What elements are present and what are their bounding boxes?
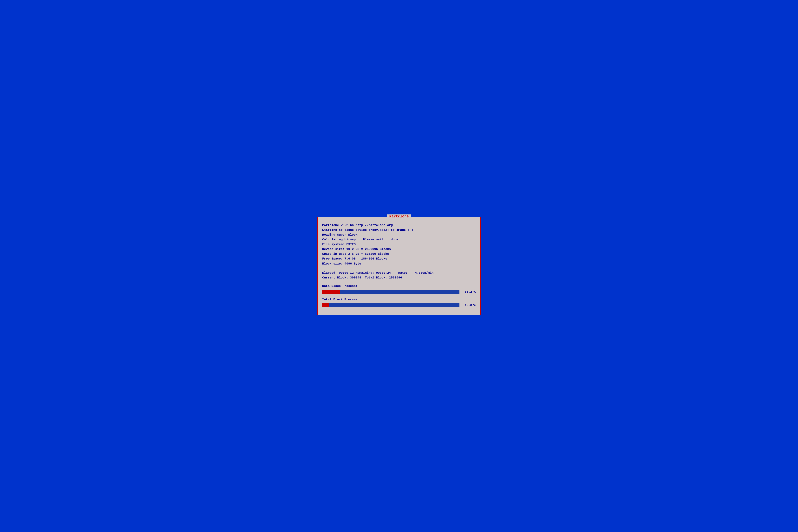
total-block-section: Total Block Process: 12.37% [322, 297, 476, 308]
stats-block: Current Block: 309248 Total Block: 25000… [322, 276, 402, 280]
stats-row-2: Current Block: 309248 Total Block: 25000… [322, 275, 476, 280]
total-block-red-fill [322, 303, 329, 307]
terminal-window: Partclone Partclone v0.2.66 http://partc… [317, 216, 481, 315]
stats-row-1: Elapsed: 00:00:12 Remaining: 00:00:24 Ra… [322, 270, 476, 275]
total-block-bar-track [322, 303, 459, 307]
data-block-bar-track [322, 290, 459, 294]
info-line-2: Starting to clone device (/dev/sda2) to … [322, 228, 476, 232]
terminal-body: Partclone v0.2.66 http://partclone.org S… [318, 217, 480, 315]
info-line-7: Space in use: 2.6 GB = 635290 Blocks [322, 251, 476, 256]
data-block-label: Data Block Process: [322, 284, 476, 288]
info-line-5: File system: EXTFS [322, 242, 476, 247]
info-line-3: Reading Super Block [322, 232, 476, 237]
info-line-9: Block size: 4096 Byte [322, 261, 476, 266]
data-block-percent: 33.27% [462, 289, 476, 294]
total-block-percent: 12.37% [462, 303, 476, 308]
info-line-8: Free Space: 7.6 GB = 1864806 Blocks [322, 256, 476, 261]
window-title: Partclone [387, 214, 411, 218]
total-block-blue-fill [329, 303, 459, 307]
info-line-1: Partclone v0.2.66 http://partclone.org [322, 223, 476, 228]
info-line-6: Device size: 10.2 GB = 2500096 Blocks [322, 247, 476, 251]
total-block-bar-container: 12.37% [322, 303, 476, 308]
info-line-4: Calculating bitmap... Please wait... don… [322, 237, 476, 242]
stats-elapsed: Elapsed: 00:00:12 Remaining: 00:00:24 Ra… [322, 271, 434, 275]
total-block-label: Total Block Process: [322, 297, 476, 302]
data-block-blue-fill [340, 290, 459, 294]
data-block-bar-container: 33.27% [322, 289, 476, 294]
data-block-red-fill [322, 290, 340, 294]
data-block-section: Data Block Process: 33.27% [322, 284, 476, 294]
